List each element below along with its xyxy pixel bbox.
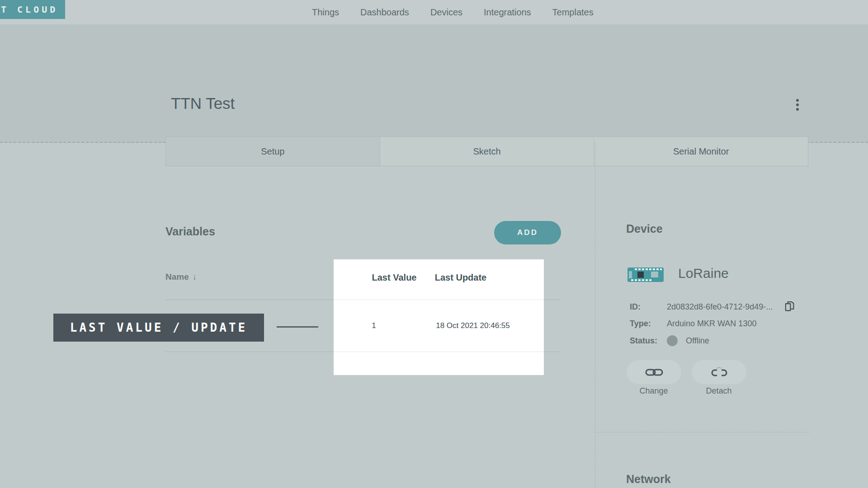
network-heading: Network (626, 473, 671, 486)
panel-divider (595, 143, 595, 488)
nav-item-dashboards[interactable]: Dashboards (360, 7, 409, 18)
spotlight-highlight-box: Last Value Last Update 1 18 Oct 2021 20:… (334, 259, 544, 375)
variable-last-value: 1 (372, 321, 376, 330)
spotlight-header-divider (334, 300, 544, 300)
change-device-button[interactable] (627, 360, 681, 384)
kebab-menu-icon[interactable] (792, 97, 803, 113)
column-header-name[interactable]: Name↓ (165, 272, 197, 282)
copy-id-icon[interactable] (783, 300, 796, 314)
device-network-divider (595, 432, 809, 432)
column-header-last-value: Last Value (372, 272, 417, 283)
device-name: LoRaine (678, 266, 729, 281)
detach-button-label: Detach (706, 386, 731, 396)
device-id-label: ID: (630, 302, 667, 312)
main-nav: Things Dashboards Devices Integrations T… (312, 0, 594, 24)
add-variable-button[interactable]: ADD (494, 221, 561, 244)
link-icon (644, 367, 664, 377)
callout-last-value-update: LAST VALUE / UPDATE (53, 314, 264, 342)
device-type-row: Type: Arduino MKR WAN 1300 (630, 317, 756, 330)
broken-link-icon (709, 366, 729, 378)
detach-device-button[interactable] (692, 360, 746, 384)
variable-last-update: 18 Oct 2021 20:46:55 (436, 321, 510, 330)
thing-header: TTN Test Setup Sketch Serial Monitor (0, 24, 868, 143)
status-offline-dot-icon (667, 335, 678, 346)
variables-heading: Variables (165, 225, 215, 238)
nav-item-integrations[interactable]: Integrations (484, 7, 531, 18)
nav-item-things[interactable]: Things (312, 7, 339, 18)
device-id-value: 2d0832d8-6fe0-4712-9d49-... (667, 302, 773, 312)
tab-sketch[interactable]: Sketch (380, 136, 594, 166)
nav-item-devices[interactable]: Devices (430, 7, 462, 18)
spotlight-row-divider (334, 352, 544, 352)
device-heading: Device (626, 222, 663, 235)
device-board-thumbnail (627, 267, 664, 282)
iot-cloud-logo: T CLOUD (0, 0, 65, 19)
device-status-row: Status: Offline (630, 334, 709, 347)
page-title: TTN Test (171, 94, 235, 113)
nav-item-templates[interactable]: Templates (552, 7, 594, 18)
device-type-label: Type: (630, 319, 667, 328)
top-navigation-bar: T CLOUD Things Dashboards Devices Integr… (0, 0, 868, 24)
callout-connector-line (277, 326, 318, 328)
tab-serial-monitor[interactable]: Serial Monitor (594, 136, 808, 166)
tab-bar: Setup Sketch Serial Monitor (165, 136, 808, 166)
tab-setup[interactable]: Setup (165, 136, 380, 166)
device-id-row: ID: 2d0832d8-6fe0-4712-9d49-... (630, 300, 773, 314)
change-button-label: Change (639, 386, 668, 396)
device-status-value: Offline (686, 336, 709, 346)
column-header-last-update: Last Update (435, 272, 486, 283)
device-status-label: Status: (630, 336, 667, 346)
device-type-value: Arduino MKR WAN 1300 (667, 319, 756, 328)
sort-descending-icon: ↓ (193, 272, 197, 282)
